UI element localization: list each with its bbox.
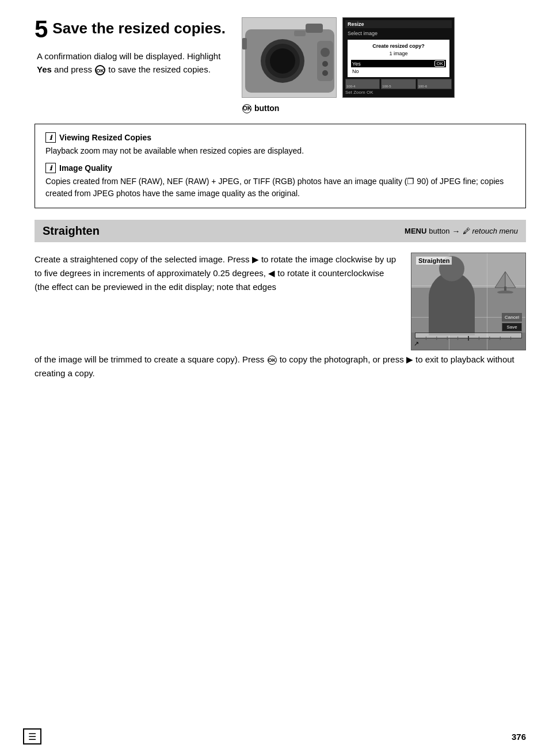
- page-footer: ☰ 376: [23, 728, 526, 744]
- note-icon-quality: ℹ: [45, 163, 56, 173]
- svg-marker-12: [505, 272, 516, 288]
- page-content: 5Save the resized copies. A confirmation…: [0, 0, 549, 415]
- straighten-body: Create a straightened copy of the select…: [35, 253, 526, 350]
- note-viewing-heading: ℹ Viewing Resized Copies: [45, 132, 515, 143]
- svg-point-9: [322, 70, 328, 76]
- svg-rect-10: [242, 38, 247, 49]
- page-number: 376: [512, 732, 526, 742]
- svg-rect-4: [306, 24, 323, 33]
- nav-arrow: →: [452, 227, 460, 236]
- step-number: 5: [35, 17, 48, 41]
- ok-circle-straight: OK: [268, 356, 277, 365]
- lcd-resize-dialog: Create resized copy? 1 image Yes OK No: [348, 40, 449, 77]
- lcd-no-option: No: [351, 68, 446, 75]
- svg-point-14: [497, 291, 513, 293]
- sl-cancel-btn[interactable]: Cancel: [502, 313, 522, 322]
- step5-body: A confirmation dialog will be displayed.…: [37, 49, 230, 77]
- images-row: Resize Select image Create resized copy?…: [242, 17, 455, 98]
- lcd-thumbnails: 100-4 100-5 100-6: [345, 79, 452, 89]
- lcd-no-label: No: [352, 68, 359, 74]
- note-viewing: ℹ Viewing Resized Copies Playback zoom m…: [45, 132, 515, 157]
- lcd-thumb-3: 100-6: [417, 79, 452, 89]
- nav-button-text: button: [429, 227, 449, 235]
- straighten-title: Straighten: [43, 224, 100, 238]
- svg-marker-11: [495, 272, 505, 288]
- lcd-thumb-1: 100-4: [345, 79, 380, 89]
- step-title: Save the resized copies.: [52, 20, 226, 37]
- sl-boat: [494, 270, 517, 293]
- note-icon-viewing: ℹ: [45, 132, 56, 143]
- straighten-header: Straighten MENU button → 🖉 retouch menu: [35, 220, 526, 242]
- straighten-image-wrap: Straighten: [411, 253, 526, 350]
- lcd-bottom-bar: Set Zoom OK: [345, 90, 452, 95]
- step5-header: 5Save the resized copies.: [35, 17, 230, 41]
- nav-retouch-icon: 🖉: [463, 227, 470, 235]
- lcd-resize-title: Resize: [345, 20, 452, 28]
- svg-point-3: [270, 48, 295, 74]
- menu-label: MENU: [405, 227, 426, 235]
- note-viewing-title: Viewing Resized Copies: [59, 133, 151, 142]
- svg-rect-5: [294, 30, 306, 36]
- sl-save-btn[interactable]: Save: [502, 323, 522, 331]
- lcd-resize-subtitle: Select image: [345, 29, 452, 37]
- footer-menu-icon: ☰: [23, 728, 41, 744]
- lcd-ok-badge: OK: [434, 60, 445, 67]
- lcd-thumb-2: 100-5: [381, 79, 415, 89]
- step5-section: 5Save the resized copies. A confirmation…: [35, 17, 526, 113]
- straighten-para2: of the image will be trimmed to create a…: [35, 353, 526, 380]
- note-quality-text: Copies created from NEF (RAW), NEF (RAW)…: [45, 175, 515, 200]
- straighten-para1: Create a straightened copy of the select…: [35, 253, 399, 293]
- lcd-resize-screen: Resize Select image Create resized copy?…: [342, 17, 455, 98]
- straighten-text: Create a straightened copy of the select…: [35, 253, 399, 293]
- svg-point-8: [322, 61, 328, 67]
- note-quality: ℹ Image Quality Copies created from NEF …: [45, 163, 515, 200]
- step-body-text: A confirmation dialog will be displayed.…: [37, 51, 220, 74]
- button-text: button: [254, 104, 280, 113]
- lcd-dialog-title: Create resized copy?: [351, 43, 446, 49]
- note-quality-title: Image Quality: [59, 163, 112, 173]
- sl-corner-icon: ↗: [414, 340, 419, 348]
- svg-point-7: [321, 48, 330, 57]
- sl-lcd-title: Straighten: [416, 257, 452, 265]
- straighten-lcd: Straighten: [411, 253, 526, 350]
- nav-retouch-text: retouch menu: [472, 227, 518, 235]
- note-viewing-text: Playback zoom may not be available when …: [45, 145, 515, 157]
- note-quality-heading: ℹ Image Quality: [45, 163, 515, 173]
- lcd-yes-option: Yes OK: [351, 60, 446, 67]
- section-nav: MENU button → 🖉 retouch menu: [405, 227, 518, 236]
- note-box: ℹ Viewing Resized Copies Playback zoom m…: [35, 124, 526, 208]
- camera-illustration: [242, 17, 337, 98]
- step5-images: Resize Select image Create resized copy?…: [242, 17, 455, 113]
- straighten-full-text: of the image will be trimmed to create a…: [35, 353, 526, 380]
- ok-circle-label: OK: [242, 104, 251, 113]
- step5-left: 5Save the resized copies. A confirmation…: [35, 17, 230, 77]
- sl-buttons: Cancel Save: [502, 313, 522, 331]
- lcd-yes-label: Yes: [352, 61, 361, 67]
- ok-button-label: OK button: [242, 104, 279, 113]
- lcd-dialog-sub: 1 image: [351, 51, 446, 56]
- ok-button-symbol: OK: [95, 65, 105, 75]
- sl-ruler: [415, 333, 522, 338]
- sl-figure-body: [429, 272, 475, 335]
